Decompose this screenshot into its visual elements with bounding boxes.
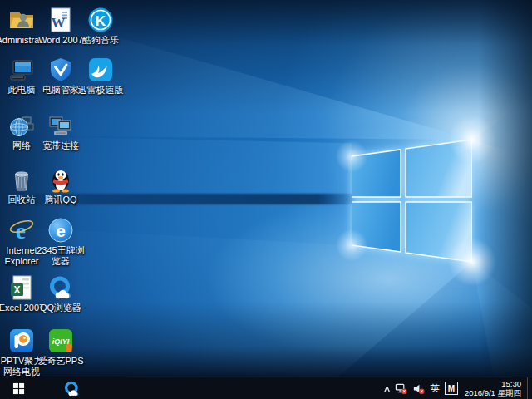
clock-date: 2016/9/1 星期四 [465, 388, 521, 397]
glow-burst [447, 115, 497, 165]
taskbar: ∧ 英 M 15:30 [0, 377, 532, 399]
ime-mode-icon: M [445, 382, 458, 395]
ime-indicator[interactable]: M [442, 377, 461, 399]
glow-burst [335, 229, 368, 262]
clock-time: 15:30 [501, 379, 521, 388]
network-icon [8, 112, 35, 139]
language-indicator[interactable]: 英 [427, 377, 442, 399]
show-desktop-button[interactable] [527, 377, 532, 399]
desktop-icon-kugou-music[interactable]: K酷狗音乐 [75, 7, 126, 46]
system-tray: ∧ 英 M 15:30 [382, 377, 532, 399]
volume-muted-icon [412, 382, 425, 395]
desktop-icon-tencent-qq[interactable]: 腾讯QQ [35, 166, 86, 205]
icon-label: 爱奇艺PPS [35, 356, 86, 367]
desktop-icon-iqiyi-pps[interactable]: iQIYI爱奇艺PPS [35, 328, 86, 367]
icon-label: 腾讯QQ [35, 195, 86, 205]
this-pc-icon [8, 57, 35, 83]
pinned-apps [55, 377, 88, 399]
desktop[interactable]: Administra...WWord 2007K酷狗音乐此电脑电脑管家迅雷极速版… [0, 0, 532, 399]
icon-label: 酷狗音乐 [75, 35, 126, 46]
icon-label: QQ浏览器 [35, 303, 86, 313]
glow-burst [335, 140, 368, 173]
word-icon: W [47, 7, 74, 33]
broadband-icon [47, 112, 74, 139]
svg-text:X: X [13, 284, 20, 296]
svg-text:W: W [52, 15, 66, 31]
taskbar-clock[interactable]: 15:30 2016/9/1 星期四 [461, 377, 527, 399]
qqbrowser-icon [63, 380, 81, 397]
icon-label: 2345王牌浏览器 [35, 245, 86, 267]
svg-text:K: K [96, 13, 106, 29]
glow-burst [447, 237, 497, 287]
desktop-icon-2345-browser[interactable]: e2345王牌浏览器 [35, 217, 86, 267]
qq-icon [47, 166, 74, 193]
network-disconnected-icon [395, 382, 407, 395]
svg-text:iQIYI: iQIYI [52, 337, 70, 346]
windows-logo-wallpaper [352, 140, 472, 262]
desktop-icon-qq-browser[interactable]: QQ浏览器 [35, 274, 86, 313]
svg-text:e: e [56, 221, 66, 240]
qqbrowser-icon [47, 274, 74, 301]
qq-browser-taskbar-button[interactable] [55, 377, 88, 399]
iqiyi-icon: iQIYI [47, 328, 74, 354]
pc-manager-icon [47, 57, 74, 83]
ie-icon: e [8, 217, 35, 244]
desktop-icon-broadband-connection[interactable]: 宽带连接 [35, 112, 86, 151]
e2345-icon: e [47, 217, 74, 244]
xunlei-icon [87, 57, 114, 83]
windows-start-icon [12, 382, 25, 395]
hidden-icons-chevron[interactable]: ∧ [379, 377, 395, 399]
icon-label: 宽带连接 [35, 140, 86, 151]
volume-status-tray[interactable] [410, 377, 427, 399]
desktop-icon-xunlei-speed[interactable]: 迅雷极速版 [75, 57, 126, 96]
excel-icon: X [8, 274, 35, 301]
pptv-icon [8, 328, 35, 354]
icon-label: 迅雷极速版 [75, 85, 126, 96]
recycle-bin-icon [8, 166, 35, 193]
user-folder-icon [8, 7, 35, 33]
network-status-tray[interactable] [392, 377, 410, 399]
start-button[interactable] [0, 377, 37, 399]
kugou-icon: K [87, 7, 114, 33]
